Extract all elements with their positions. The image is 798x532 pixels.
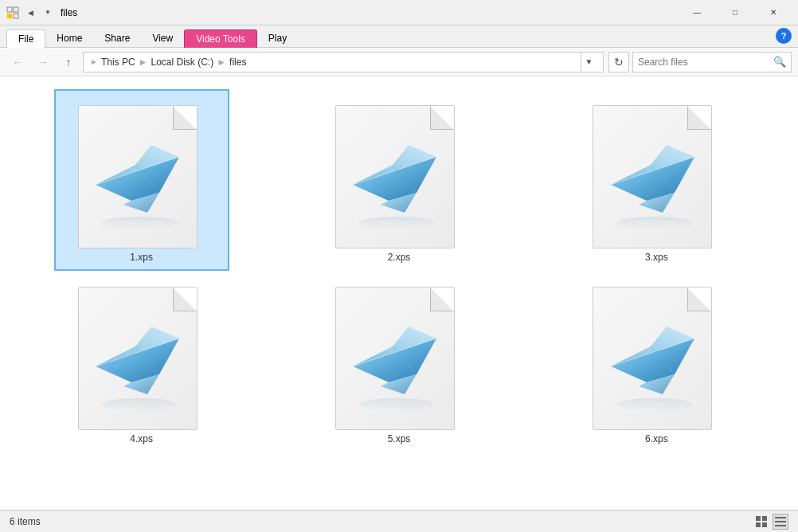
doc-fold: [173, 106, 197, 130]
back-button[interactable]: ←: [6, 51, 29, 73]
svg-rect-40: [756, 516, 761, 521]
window-title-label: files: [61, 7, 77, 18]
file-icon: [593, 279, 720, 430]
svg-rect-41: [762, 516, 767, 521]
file-icon: [78, 97, 205, 248]
title-bar: ◀ ▼ files — □ ✕: [0, 0, 798, 25]
quick-access-icon: [6, 6, 19, 19]
doc-body: [78, 105, 198, 248]
details-view-button[interactable]: [773, 514, 788, 530]
large-icons-view-button[interactable]: [753, 514, 769, 530]
file-name: 5.xps: [388, 433, 411, 444]
tab-share[interactable]: Share: [93, 29, 141, 47]
svg-rect-42: [756, 522, 761, 527]
plane-container: [344, 311, 450, 413]
app-title: files: [61, 7, 679, 18]
search-box[interactable]: 🔍: [632, 52, 792, 72]
file-item[interactable]: 2.xps: [311, 89, 487, 271]
svg-rect-45: [775, 521, 786, 522]
up-button[interactable]: ↑: [57, 51, 80, 73]
file-icon: [78, 279, 205, 430]
refresh-button[interactable]: ↻: [608, 52, 629, 72]
path-files[interactable]: files: [229, 57, 246, 68]
path-arrow: ►: [90, 57, 98, 66]
svg-point-10: [358, 217, 435, 229]
close-button[interactable]: ✕: [755, 0, 792, 25]
tab-file[interactable]: File: [6, 29, 45, 48]
file-item[interactable]: 3.xps: [569, 89, 744, 271]
plane-container: [601, 130, 707, 232]
svg-point-34: [616, 398, 693, 411]
doc-fold: [687, 288, 711, 311]
path-thispc[interactable]: This PC: [101, 57, 135, 68]
minimize-button[interactable]: —: [679, 0, 715, 25]
plane-container: [601, 311, 707, 413]
file-item[interactable]: 6.xps: [569, 271, 744, 452]
plane-container: [344, 130, 450, 232]
doc-body: [335, 105, 455, 248]
doc-fold: [430, 288, 454, 311]
svg-point-28: [358, 398, 435, 411]
doc-body: [335, 287, 455, 430]
file-item[interactable]: 4.xps: [54, 271, 229, 452]
plane-container: [87, 311, 193, 413]
file-name: 2.xps: [388, 252, 411, 263]
doc-body: [593, 287, 712, 430]
tab-video-tools[interactable]: Video Tools: [184, 29, 257, 48]
window-controls: — □ ✕: [679, 0, 792, 25]
svg-rect-0: [7, 7, 12, 12]
back-quick-icon[interactable]: ◀: [24, 6, 37, 19]
svg-point-4: [101, 217, 178, 229]
address-path[interactable]: ► This PC ► Local Disk (C:) ► files ▼: [83, 52, 604, 72]
file-grid: 1.xps: [0, 76, 798, 510]
doc-body: [78, 287, 198, 430]
main-area: 1.xps: [0, 76, 798, 510]
svg-rect-43: [762, 522, 767, 527]
svg-point-22: [101, 398, 178, 411]
file-item[interactable]: 5.xps: [311, 271, 487, 452]
tab-home[interactable]: Home: [45, 29, 93, 47]
file-icon: [335, 279, 463, 430]
maximize-button[interactable]: □: [717, 0, 753, 25]
view-toggle: [753, 514, 788, 530]
doc-fold: [687, 106, 711, 130]
doc-fold: [173, 288, 197, 311]
title-bar-quick-access: ◀ ▼: [6, 6, 54, 19]
file-item[interactable]: 1.xps: [54, 89, 229, 271]
ribbon-tabs: File Home Share View Video Tools Play ?: [0, 25, 798, 48]
file-name: 4.xps: [130, 433, 153, 444]
doc-body: [593, 105, 712, 248]
file-name: 6.xps: [645, 433, 668, 444]
status-bar: 6 items: [0, 510, 798, 532]
doc-fold: [430, 106, 454, 130]
svg-rect-44: [775, 517, 786, 518]
file-name: 3.xps: [645, 252, 668, 263]
tab-play[interactable]: Play: [257, 29, 298, 47]
svg-point-16: [616, 217, 693, 229]
file-icon: [335, 97, 463, 248]
dropdown-quick-icon[interactable]: ▼: [41, 6, 54, 19]
search-input[interactable]: [638, 57, 770, 68]
path-dropdown[interactable]: ▼: [581, 52, 597, 72]
path-localdisk[interactable]: Local Disk (C:): [151, 57, 213, 68]
svg-rect-1: [14, 7, 18, 12]
tab-view[interactable]: View: [141, 29, 184, 47]
item-count: 6 items: [10, 516, 41, 527]
forward-button[interactable]: →: [32, 51, 54, 73]
svg-rect-46: [775, 525, 786, 526]
plane-container: [87, 130, 193, 232]
help-icon[interactable]: ?: [776, 28, 792, 44]
svg-rect-3: [14, 14, 18, 18]
address-bar: ← → ↑ ► This PC ► Local Disk (C:) ► file…: [0, 48, 798, 76]
file-name: 1.xps: [130, 252, 153, 263]
search-icon[interactable]: 🔍: [773, 56, 786, 68]
svg-rect-2: [7, 14, 12, 18]
file-icon: [593, 97, 720, 248]
